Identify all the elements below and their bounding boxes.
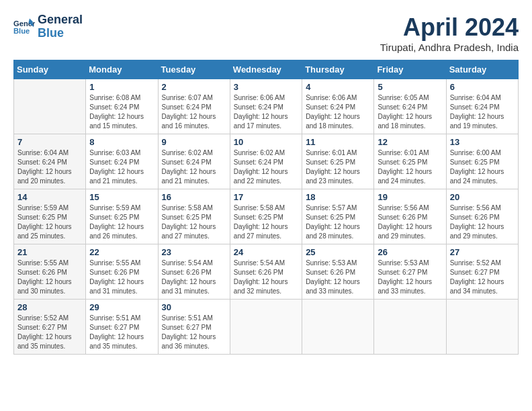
day-number: 30: [162, 302, 226, 312]
calendar-cell: 21Sunrise: 5:55 AM Sunset: 6:26 PM Dayli…: [14, 244, 86, 300]
day-info: Sunrise: 5:51 AM Sunset: 6:27 PM Dayligh…: [162, 314, 226, 351]
calendar-cell: 5Sunrise: 6:05 AM Sunset: 6:24 PM Daylig…: [374, 79, 446, 134]
calendar-cell: 3Sunrise: 6:06 AM Sunset: 6:24 PM Daylig…: [230, 79, 302, 134]
day-number: 6: [450, 82, 515, 92]
day-info: Sunrise: 6:01 AM Sunset: 6:25 PM Dayligh…: [378, 148, 442, 186]
calendar-cell: 12Sunrise: 6:01 AM Sunset: 6:25 PM Dayli…: [374, 134, 446, 189]
calendar-cell: 2Sunrise: 6:07 AM Sunset: 6:24 PM Daylig…: [158, 79, 230, 134]
day-info: Sunrise: 6:04 AM Sunset: 6:24 PM Dayligh…: [17, 148, 82, 186]
weekday-header-saturday: Saturday: [446, 60, 518, 79]
day-number: 24: [234, 247, 298, 257]
logo: General Blue General Blue: [13, 13, 83, 40]
calendar-cell: 10Sunrise: 6:02 AM Sunset: 6:24 PM Dayli…: [230, 134, 302, 189]
calendar-cell: 9Sunrise: 6:02 AM Sunset: 6:24 PM Daylig…: [158, 134, 230, 189]
day-info: Sunrise: 6:00 AM Sunset: 6:25 PM Dayligh…: [450, 148, 515, 186]
day-number: 29: [89, 302, 154, 312]
day-number: 27: [450, 247, 515, 257]
day-info: Sunrise: 5:53 AM Sunset: 6:27 PM Dayligh…: [378, 259, 442, 296]
calendar-cell: 28Sunrise: 5:52 AM Sunset: 6:27 PM Dayli…: [14, 300, 86, 355]
day-info: Sunrise: 5:51 AM Sunset: 6:27 PM Dayligh…: [89, 314, 154, 351]
calendar-cell: 19Sunrise: 5:56 AM Sunset: 6:26 PM Dayli…: [374, 189, 446, 244]
weekday-header-monday: Monday: [86, 60, 158, 79]
calendar-cell: [446, 300, 518, 355]
logo-text: General Blue: [38, 13, 83, 40]
calendar-cell: 13Sunrise: 6:00 AM Sunset: 6:25 PM Dayli…: [446, 134, 518, 189]
day-number: 28: [17, 302, 82, 312]
day-number: 22: [89, 247, 154, 257]
day-number: 13: [450, 137, 515, 147]
day-number: 2: [162, 82, 226, 92]
day-number: 14: [17, 192, 82, 202]
day-number: 5: [378, 82, 442, 92]
day-info: Sunrise: 5:56 AM Sunset: 6:26 PM Dayligh…: [378, 203, 442, 241]
day-info: Sunrise: 5:52 AM Sunset: 6:27 PM Dayligh…: [450, 259, 515, 296]
calendar-cell: [14, 79, 86, 134]
day-number: 1: [89, 82, 154, 92]
day-number: 25: [306, 247, 370, 257]
day-number: 20: [450, 192, 515, 202]
day-info: Sunrise: 6:07 AM Sunset: 6:24 PM Dayligh…: [162, 93, 226, 131]
day-number: 4: [306, 82, 370, 92]
calendar-cell: 30Sunrise: 5:51 AM Sunset: 6:27 PM Dayli…: [158, 300, 230, 355]
day-number: 15: [89, 192, 154, 202]
location: Tirupati, Andhra Pradesh, India: [380, 42, 519, 53]
calendar-cell: 26Sunrise: 5:53 AM Sunset: 6:27 PM Dayli…: [374, 244, 446, 300]
calendar-cell: 8Sunrise: 6:03 AM Sunset: 6:24 PM Daylig…: [86, 134, 158, 189]
calendar-cell: 11Sunrise: 6:01 AM Sunset: 6:25 PM Dayli…: [302, 134, 374, 189]
day-number: 7: [17, 137, 82, 147]
day-info: Sunrise: 5:59 AM Sunset: 6:25 PM Dayligh…: [89, 203, 154, 241]
calendar-cell: 4Sunrise: 6:06 AM Sunset: 6:24 PM Daylig…: [302, 79, 374, 134]
day-info: Sunrise: 6:05 AM Sunset: 6:24 PM Dayligh…: [378, 93, 442, 131]
day-number: 16: [162, 192, 226, 202]
calendar-cell: 15Sunrise: 5:59 AM Sunset: 6:25 PM Dayli…: [86, 189, 158, 244]
day-info: Sunrise: 5:56 AM Sunset: 6:26 PM Dayligh…: [450, 203, 515, 241]
day-number: 11: [306, 137, 370, 147]
day-info: Sunrise: 6:04 AM Sunset: 6:24 PM Dayligh…: [450, 93, 515, 131]
calendar-cell: 17Sunrise: 5:58 AM Sunset: 6:25 PM Dayli…: [230, 189, 302, 244]
day-info: Sunrise: 6:02 AM Sunset: 6:24 PM Dayligh…: [234, 148, 298, 186]
logo-icon: General Blue: [13, 17, 35, 36]
weekday-header-sunday: Sunday: [14, 60, 86, 79]
day-info: Sunrise: 6:02 AM Sunset: 6:24 PM Dayligh…: [162, 148, 226, 186]
calendar-cell: 16Sunrise: 5:58 AM Sunset: 6:25 PM Dayli…: [158, 189, 230, 244]
day-number: 19: [378, 192, 442, 202]
day-number: 17: [234, 192, 298, 202]
day-info: Sunrise: 6:06 AM Sunset: 6:24 PM Dayligh…: [306, 93, 370, 131]
month-title: April 2024: [380, 13, 519, 42]
calendar-cell: 6Sunrise: 6:04 AM Sunset: 6:24 PM Daylig…: [446, 79, 518, 134]
title-block: April 2024 Tirupati, Andhra Pradesh, Ind…: [380, 13, 519, 53]
day-info: Sunrise: 6:03 AM Sunset: 6:24 PM Dayligh…: [89, 148, 154, 186]
day-number: 18: [306, 192, 370, 202]
day-number: 21: [17, 247, 82, 257]
day-info: Sunrise: 5:55 AM Sunset: 6:26 PM Dayligh…: [89, 259, 154, 296]
calendar-cell: 29Sunrise: 5:51 AM Sunset: 6:27 PM Dayli…: [86, 300, 158, 355]
calendar-cell: 23Sunrise: 5:54 AM Sunset: 6:26 PM Dayli…: [158, 244, 230, 300]
calendar-cell: 18Sunrise: 5:57 AM Sunset: 6:25 PM Dayli…: [302, 189, 374, 244]
calendar-cell: [302, 300, 374, 355]
week-row-4: 21Sunrise: 5:55 AM Sunset: 6:26 PM Dayli…: [14, 244, 519, 300]
day-number: 3: [234, 82, 298, 92]
weekday-header-row: SundayMondayTuesdayWednesdayThursdayFrid…: [14, 60, 519, 79]
calendar-cell: 27Sunrise: 5:52 AM Sunset: 6:27 PM Dayli…: [446, 244, 518, 300]
day-info: Sunrise: 6:08 AM Sunset: 6:24 PM Dayligh…: [89, 93, 154, 131]
calendar-cell: 25Sunrise: 5:53 AM Sunset: 6:26 PM Dayli…: [302, 244, 374, 300]
calendar-cell: 14Sunrise: 5:59 AM Sunset: 6:25 PM Dayli…: [14, 189, 86, 244]
weekday-header-tuesday: Tuesday: [158, 60, 230, 79]
weekday-header-wednesday: Wednesday: [230, 60, 302, 79]
calendar-cell: 22Sunrise: 5:55 AM Sunset: 6:26 PM Dayli…: [86, 244, 158, 300]
week-row-3: 14Sunrise: 5:59 AM Sunset: 6:25 PM Dayli…: [14, 189, 519, 244]
calendar-table: SundayMondayTuesdayWednesdayThursdayFrid…: [13, 60, 519, 355]
calendar-cell: 1Sunrise: 6:08 AM Sunset: 6:24 PM Daylig…: [86, 79, 158, 134]
day-info: Sunrise: 5:58 AM Sunset: 6:25 PM Dayligh…: [234, 203, 298, 241]
calendar-cell: 7Sunrise: 6:04 AM Sunset: 6:24 PM Daylig…: [14, 134, 86, 189]
week-row-2: 7Sunrise: 6:04 AM Sunset: 6:24 PM Daylig…: [14, 134, 519, 189]
calendar-cell: 24Sunrise: 5:54 AM Sunset: 6:26 PM Dayli…: [230, 244, 302, 300]
day-number: 23: [162, 247, 226, 257]
day-info: Sunrise: 5:57 AM Sunset: 6:25 PM Dayligh…: [306, 203, 370, 241]
day-number: 12: [378, 137, 442, 147]
day-info: Sunrise: 5:54 AM Sunset: 6:26 PM Dayligh…: [162, 259, 226, 296]
day-info: Sunrise: 5:52 AM Sunset: 6:27 PM Dayligh…: [17, 314, 82, 351]
day-number: 9: [162, 137, 226, 147]
calendar-cell: 20Sunrise: 5:56 AM Sunset: 6:26 PM Dayli…: [446, 189, 518, 244]
day-info: Sunrise: 6:01 AM Sunset: 6:25 PM Dayligh…: [306, 148, 370, 186]
